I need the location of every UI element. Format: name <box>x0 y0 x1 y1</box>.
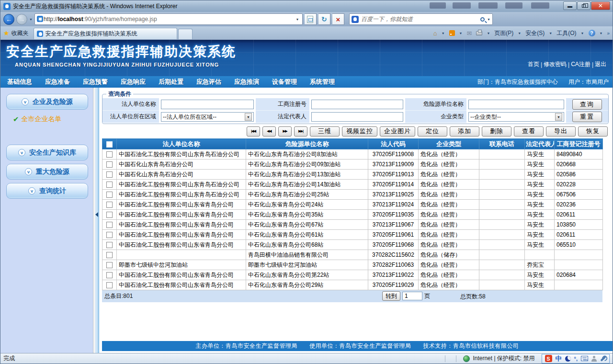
address-dropdown[interactable]: ▼ <box>294 18 301 21</box>
banner-link-1[interactable]: 修改密码 <box>542 60 568 68</box>
row-checkbox[interactable] <box>106 252 113 258</box>
row-checkbox[interactable] <box>106 171 113 178</box>
toolbar-button-0[interactable]: 三维 <box>310 126 340 136</box>
first-page-button[interactable]: |◀◀ <box>247 126 260 136</box>
search-box[interactable]: 百度一下，你就知道 ▼ <box>349 13 493 25</box>
menu-item-0[interactable]: 基础信息 <box>7 78 32 86</box>
table-row[interactable]: 中国石化山东青岛石油分公司中石化山东青岛石油分公司13加油站370205F119… <box>102 170 603 180</box>
row-checkbox[interactable] <box>106 151 113 158</box>
rss-icon[interactable] <box>449 30 455 36</box>
toolbar-button-6[interactable]: 查看 <box>514 126 544 136</box>
table-row[interactable]: 即墨市七级镇中岔河加油站即墨市七级镇中岔河加油站370282F110063危化品… <box>102 260 603 270</box>
print-icon[interactable] <box>476 31 482 35</box>
row-checkbox[interactable] <box>106 202 113 208</box>
home-icon[interactable]: ⌂ <box>433 30 437 37</box>
toolbar-button-1[interactable]: 视频监控 <box>342 126 377 136</box>
input-business-reg-no[interactable] <box>311 100 403 109</box>
column-header-5[interactable]: 法定代表人 <box>525 139 555 149</box>
banner-link-0[interactable]: 首页 <box>526 60 541 68</box>
sidebar-group-query-statistics[interactable]: v 查询统计 <box>6 183 88 199</box>
column-header-1[interactable]: 危险源单位名称 <box>246 139 368 149</box>
collapse-sidebar-icon[interactable] <box>95 212 98 217</box>
rss-dropdown[interactable]: ▼ <box>459 32 463 35</box>
table-row[interactable]: 中国石油化工股份有限公司山东省青岛分公司中石化山东省青岛分公司68站370205… <box>102 240 603 250</box>
banner-link-2[interactable]: CA注册 <box>569 60 592 68</box>
security-menu-dropdown[interactable]: ▼ <box>549 32 552 35</box>
table-row[interactable]: 中国石油化工股份有限公司山东青岛石油分公司中石化山东青岛石油分公司25站3702… <box>102 190 603 200</box>
row-checkbox[interactable] <box>106 212 113 218</box>
help-dropdown[interactable]: ▼ <box>600 32 603 35</box>
page-number-input[interactable] <box>402 292 422 300</box>
search-placeholder[interactable]: 百度一下，你就知道 <box>361 15 478 23</box>
favorites-star-icon[interactable]: ★ <box>3 29 10 37</box>
toolbar-button-3[interactable]: 定位 <box>418 126 447 136</box>
toolbar-button-8[interactable]: 恢复 <box>578 126 608 136</box>
input-legal-representative[interactable] <box>311 112 403 122</box>
row-checkbox[interactable] <box>106 262 113 268</box>
soft-keyboard-icon[interactable] <box>581 356 588 361</box>
table-row[interactable]: 中国石油化工股份有限公司山东省青岛分公司中石化山东省青岛分公司24站370213… <box>102 200 603 210</box>
table-row[interactable]: 中国石油化工股份有限公司山东省青岛分公司中石化山东省青岛分公司61站370205… <box>102 230 603 240</box>
restore-button[interactable] <box>577 1 590 10</box>
column-header-0[interactable]: 法人单位名称 <box>117 139 246 149</box>
table-row[interactable]: 中国石油化工股份有限公司山东省青岛分公司中石化山东省青岛分公司35站370205… <box>102 210 603 220</box>
table-row[interactable]: 中国石化山东青岛石油分公司中石化山东青岛石油分公司09加油站370213F119… <box>102 159 603 170</box>
row-checkbox[interactable] <box>106 182 113 188</box>
table-row[interactable]: 中国石油化工股份有限公司山东省青岛分公司中石化山东省青岛分公司第22站37021… <box>102 270 603 280</box>
address-bar[interactable]: http://localhost:90/yjzh/frame/homepage.… <box>34 13 303 25</box>
select-enterprise-type[interactable]: --企业类型-- ▼ <box>468 112 564 122</box>
toolbar-button-7[interactable]: 导出 <box>546 126 576 136</box>
browser-tab[interactable]: 安全生产应急救援指挥辅助决策系统 <box>34 28 177 39</box>
table-row[interactable]: 中国石油化工股份有限公司山东省青岛分公司中石化山东省青岛分公司67站370213… <box>102 220 603 230</box>
select-legal-unit-region[interactable]: --法人单位所在区域-- ▼ <box>161 112 254 122</box>
print-dropdown[interactable]: ▼ <box>487 32 490 35</box>
row-checkbox[interactable] <box>106 282 113 288</box>
input-legal-unit-name[interactable] <box>161 100 254 109</box>
tools-menu[interactable]: 工具(O) <box>556 29 576 37</box>
menu-item-7[interactable]: 设备管理 <box>272 78 297 86</box>
minimize-button[interactable]: ▬ <box>563 1 577 10</box>
security-menu[interactable]: 安全(S) <box>525 29 545 37</box>
column-header-3[interactable]: 企业类型 <box>419 139 479 149</box>
toolbar-button-4[interactable]: 添加 <box>450 126 479 136</box>
column-header-6[interactable]: 工商登记注册号 <box>555 139 603 149</box>
row-checkbox[interactable] <box>106 272 113 278</box>
toolbar-button-2[interactable]: 企业图片 <box>380 126 415 136</box>
menu-item-5[interactable]: 应急评估 <box>196 78 221 86</box>
page-menu[interactable]: 页面(P) <box>494 29 513 37</box>
menu-item-1[interactable]: 应急准备 <box>45 78 70 86</box>
banner-link-3[interactable]: 退出 <box>593 60 608 68</box>
table-row[interactable]: 中国石油化工股份有限公司山东青岛石油分公司中石化山东青岛石油分公司14加油站37… <box>102 180 603 190</box>
input-hazard-unit-name[interactable] <box>468 100 564 109</box>
select-all-checkbox[interactable] <box>106 141 113 148</box>
sidebar-group-enterprise-hazard[interactable]: v 企业及危险源 <box>6 94 88 110</box>
recent-pages-dropdown[interactable]: ▼ <box>29 18 33 21</box>
menu-item-8[interactable]: 系统管理 <box>310 78 335 86</box>
last-page-button[interactable]: ▶▶| <box>294 126 307 136</box>
refresh-button[interactable]: ↻ <box>318 13 330 25</box>
row-checkbox[interactable] <box>106 192 113 198</box>
stop-button[interactable]: × <box>332 13 344 25</box>
help-icon[interactable]: ? <box>589 30 595 36</box>
user-icon[interactable] <box>591 356 597 362</box>
next-page-button[interactable]: ▶▶ <box>278 126 292 136</box>
punctuation-icon[interactable]: °, <box>574 356 578 362</box>
row-checkbox[interactable] <box>106 161 113 168</box>
menu-item-3[interactable]: 应急响应 <box>121 78 146 86</box>
overflow-chevron-icon[interactable]: » <box>607 31 610 36</box>
compatibility-view-button[interactable] <box>305 13 317 25</box>
url-text[interactable]: http://localhost:90/yjzh/frame/homepage.… <box>44 16 294 23</box>
settings-wrench-icon[interactable] <box>600 356 606 362</box>
column-header-2[interactable]: 法人代码 <box>368 139 419 149</box>
reset-button[interactable]: 重置 <box>572 112 602 122</box>
toolbar-button-5[interactable]: 删除 <box>482 126 511 136</box>
menu-item-6[interactable]: 应急推演 <box>234 78 259 86</box>
forward-button[interactable]: → <box>16 14 27 25</box>
sidebar-group-safety-knowledge[interactable]: v 安全生产知识库 <box>6 145 88 160</box>
table-row[interactable]: 中国石油化工股份有限公司山东青岛石油分公司中石化山东青岛石油分公司8加油站370… <box>102 149 603 159</box>
row-checkbox[interactable] <box>106 232 113 238</box>
menu-item-2[interactable]: 应急预警 <box>83 78 108 86</box>
search-dropdown[interactable]: ▼ <box>487 18 490 21</box>
favorites-label[interactable]: 收藏夹 <box>11 29 29 37</box>
sogou-input-icon[interactable]: S <box>545 355 552 362</box>
